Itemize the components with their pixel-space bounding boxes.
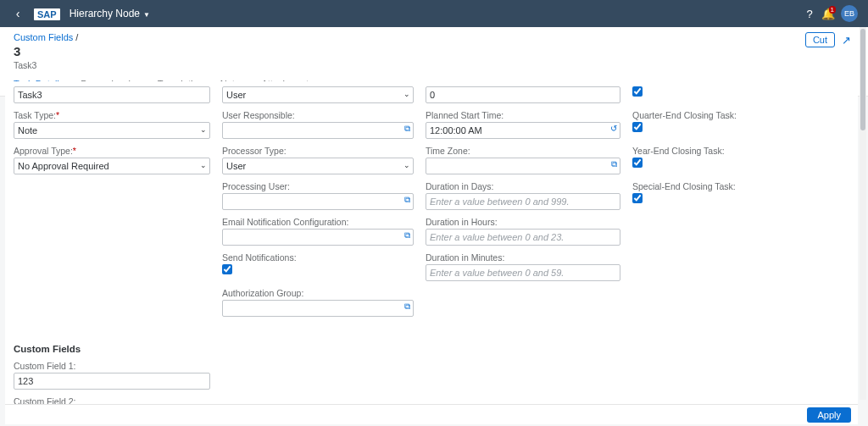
- breadcrumb: Custom Fields /: [14, 32, 854, 42]
- duration-hours-input[interactable]: [426, 229, 620, 246]
- cut-button[interactable]: Cut: [805, 32, 835, 47]
- quarter-end-label: Quarter-End Closing Task:: [632, 110, 768, 120]
- email-config-label: Email Notification Configuration:: [222, 217, 414, 227]
- email-config-input[interactable]: [222, 229, 414, 246]
- history-icon[interactable]: ↺: [610, 124, 617, 133]
- approval-type-select[interactable]: [14, 158, 210, 174]
- breadcrumb-sep: /: [73, 32, 78, 42]
- duration-hours-label: Duration in Hours:: [426, 217, 620, 227]
- duration-minutes-label: Duration in Minutes:: [426, 252, 620, 263]
- chevron-down-icon[interactable]: ⌄: [200, 125, 207, 134]
- avatar[interactable]: EB: [841, 5, 858, 22]
- page-subtitle: Task3: [14, 60, 854, 70]
- column-4: Quarter-End Closing Task: Year-End Closi…: [632, 86, 768, 324]
- value-help-icon[interactable]: ⧉: [404, 230, 410, 241]
- year-end-checkbox[interactable]: [632, 158, 643, 168]
- column-3: Planned Start Time: ↺ Time Zone: ⧉ Durat…: [426, 86, 620, 324]
- send-notifications-checkbox[interactable]: [222, 264, 232, 274]
- custom-fields-header: Custom Fields: [14, 344, 849, 354]
- year-end-label: Year-End Closing Task:: [632, 146, 768, 156]
- shell-title-text: Hierarchy Node: [70, 8, 140, 19]
- header-actions: Cut ↗: [805, 32, 851, 47]
- task-name-input[interactable]: [14, 86, 210, 103]
- shell-header: ‹ SAP Hierarchy Node▼ ? 🔔1 EB: [0, 0, 868, 27]
- auth-group-input[interactable]: [222, 300, 414, 317]
- custom-field-1-input[interactable]: [14, 373, 210, 390]
- duration-minutes-input[interactable]: [426, 264, 620, 281]
- task-type-label: Task Type:*: [14, 110, 210, 120]
- auth-group-label: Authorization Group:: [222, 288, 414, 298]
- custom-field-1-label: Custom Field 1:: [14, 361, 210, 371]
- value-help-icon[interactable]: ⧉: [611, 159, 617, 169]
- month-end-checkbox[interactable]: [632, 86, 643, 97]
- popout-icon[interactable]: ↗: [842, 34, 851, 47]
- column-1: Task Type:* ⌄ Approval Type:* ⌄: [14, 86, 210, 324]
- chevron-down-icon[interactable]: ⌄: [403, 90, 410, 98]
- user-responsible-input[interactable]: [222, 122, 414, 139]
- sap-logo: SAP: [34, 7, 61, 20]
- shell-title[interactable]: Hierarchy Node▼: [70, 8, 150, 19]
- breadcrumb-link[interactable]: Custom Fields: [14, 32, 73, 42]
- processor-type-label: Processor Type:: [222, 146, 414, 156]
- chevron-down-icon: ▼: [143, 11, 150, 19]
- help-icon[interactable]: ?: [800, 8, 819, 20]
- notification-badge: 1: [829, 6, 836, 14]
- page-title: 3: [14, 44, 854, 58]
- processing-user-label: Processing User:: [222, 181, 414, 191]
- processing-user-input[interactable]: [222, 193, 414, 210]
- special-end-label: Special-End Closing Task:: [632, 181, 768, 191]
- chevron-down-icon[interactable]: ⌄: [200, 161, 207, 169]
- time-zone-input[interactable]: [426, 158, 620, 174]
- approval-type-label: Approval Type:*: [14, 146, 210, 156]
- send-notifications-label: Send Notifications:: [222, 252, 414, 263]
- owner-type-select[interactable]: [222, 86, 414, 103]
- apply-button[interactable]: Apply: [807, 407, 851, 423]
- duration-days-label: Duration in Days:: [426, 181, 620, 191]
- bell-icon[interactable]: 🔔1: [819, 8, 837, 20]
- chevron-down-icon[interactable]: ⌄: [403, 161, 410, 169]
- column-2: ⌄ User Responsible: ⧉ Processor Type: ⌄ …: [222, 86, 414, 324]
- offset-input[interactable]: [426, 86, 620, 103]
- planned-start-label: Planned Start Time:: [426, 110, 620, 120]
- value-help-icon[interactable]: ⧉: [404, 195, 410, 205]
- planned-start-input[interactable]: [426, 122, 620, 139]
- scrollbar[interactable]: [860, 27, 866, 400]
- back-button[interactable]: ‹: [10, 7, 25, 20]
- quarter-end-checkbox[interactable]: [632, 122, 643, 132]
- scrollbar-thumb[interactable]: [860, 29, 865, 130]
- special-end-checkbox[interactable]: [632, 193, 643, 203]
- footer-bar: Apply: [5, 404, 858, 424]
- time-zone-label: Time Zone:: [426, 146, 620, 156]
- logo-text: SAP: [34, 8, 60, 20]
- user-responsible-label: User Responsible:: [222, 110, 414, 120]
- task-type-select[interactable]: [14, 122, 210, 139]
- value-help-icon[interactable]: ⧉: [404, 124, 410, 134]
- content-area: Task Type:* ⌄ Approval Type:* ⌄ ⌄ User R…: [5, 81, 858, 406]
- avatar-text: EB: [844, 9, 854, 18]
- processor-type-select[interactable]: [222, 158, 414, 174]
- value-help-icon[interactable]: ⧉: [404, 302, 410, 312]
- duration-days-input[interactable]: [426, 193, 620, 210]
